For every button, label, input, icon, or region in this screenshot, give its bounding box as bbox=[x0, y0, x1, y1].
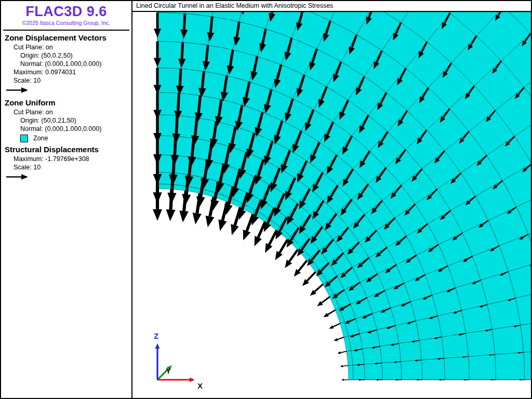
legend-section: Zone Displacement VectorsCut Plane: onOr… bbox=[1, 33, 131, 96]
app-logo: FLAC3D 9.6 bbox=[1, 4, 131, 19]
x-axis-arrow: X bbox=[157, 378, 203, 391]
legend-line: Cut Plane: on bbox=[14, 43, 131, 51]
legend-line: Scale: 10 bbox=[14, 163, 131, 171]
y-axis-arrow: Y bbox=[157, 365, 172, 380]
z-axis-arrow: Z bbox=[154, 331, 160, 380]
legend-section: Zone UniformCut Plane: onOrigin: (50,0.2… bbox=[1, 98, 131, 142]
axis-triad: XYZ bbox=[154, 331, 203, 390]
flac3d-plot-window: FLAC3D 9.6 ©2025 Itasca Consulting Group… bbox=[0, 0, 532, 399]
legend-line: Normal: (0.000,1.000,0.000) bbox=[20, 60, 131, 68]
legend-line: Scale: 10 bbox=[14, 76, 131, 85]
legend-line: Origin: (50,0.2,50) bbox=[20, 51, 131, 60]
copyright-text: ©2025 Itasca Consulting Group, Inc. bbox=[1, 20, 131, 26]
model-viewport[interactable]: Lined Circular Tunnel in an Elastic Medi… bbox=[132, 1, 531, 398]
plot-title: Lined Circular Tunnel in an Elastic Medi… bbox=[136, 2, 333, 9]
zone-swatch-label: Zone bbox=[33, 135, 48, 142]
legend-line: Normal: (0.000,1.000,0.000) bbox=[20, 125, 131, 133]
legend-line: Cut Plane: on bbox=[14, 108, 131, 116]
legend-heading: Zone Uniform bbox=[5, 98, 131, 107]
legend-line: Maximum: 0.0974031 bbox=[14, 68, 131, 76]
zone-swatch-row: Zone bbox=[20, 134, 131, 142]
legend-sections: Zone Displacement VectorsCut Plane: onOr… bbox=[1, 33, 131, 182]
scale-arrow-icon bbox=[6, 87, 29, 94]
zone-color-swatch bbox=[20, 135, 28, 142]
svg-text:X: X bbox=[197, 381, 203, 390]
svg-text:Y: Y bbox=[166, 366, 171, 375]
legend-heading: Structural Displacements bbox=[5, 145, 131, 154]
model-scene-canvas[interactable]: XYZ bbox=[132, 12, 531, 398]
legend-line: Origin: (50,0.21,50) bbox=[20, 116, 131, 125]
legend-section: Structural DisplacementsMaximum: -1.7976… bbox=[1, 145, 131, 182]
scale-arrow-icon bbox=[6, 174, 29, 180]
legend-sidebar: FLAC3D 9.6 ©2025 Itasca Consulting Group… bbox=[1, 1, 132, 398]
plot-title-bar: Lined Circular Tunnel in an Elastic Medi… bbox=[132, 1, 531, 12]
legend-line: Maximum: -1.79769e+308 bbox=[14, 155, 131, 163]
svg-text:Z: Z bbox=[154, 331, 158, 340]
legend-heading: Zone Displacement Vectors bbox=[5, 33, 131, 42]
legend-divider bbox=[3, 30, 129, 31]
